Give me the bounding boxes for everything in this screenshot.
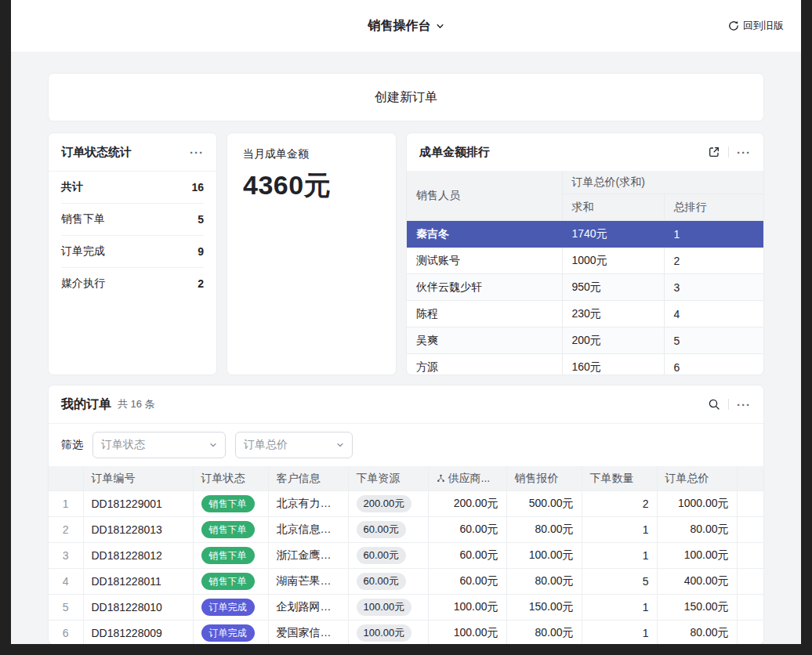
order-status-cell: 销售下单 — [193, 517, 268, 543]
rank-value: 4 — [664, 301, 763, 328]
status-badge: 销售下单 — [201, 521, 255, 538]
create-order-label: 创建新订单 — [375, 89, 437, 106]
order-status-card-header: 订单状态统计 ··· — [49, 133, 216, 172]
rank-value: 3 — [664, 274, 763, 301]
status-label: 销售下单 — [61, 212, 105, 226]
customer-cell: 北京有力量... — [268, 491, 348, 517]
resource-cell: 200.00元 — [348, 491, 428, 517]
table-row[interactable]: 4 DD181228011 销售下单 湖南芒果娱... 60.00元 60.00… — [49, 569, 763, 595]
month-amount-label: 当月成单金额 — [243, 147, 380, 161]
col-order-no: 订单编号 — [83, 466, 193, 491]
filter-order-status-select[interactable]: 订单状态 — [92, 432, 226, 458]
row-number: 2 — [49, 517, 83, 543]
table-row[interactable]: 5 DD181228010 订单完成 企划路网络... 100.00元 100.… — [49, 595, 763, 621]
order-no-cell: DD181228011 — [83, 569, 193, 595]
quote-cell: 500.00元 — [506, 491, 582, 517]
total-cell: 100.00元 — [657, 543, 737, 569]
status-row-sales[interactable]: 销售下单 5 — [61, 204, 204, 236]
sum-value: 1000元 — [562, 248, 664, 274]
col-supplier-label: 供应商... — [448, 472, 491, 486]
person-name: 秦吉冬 — [407, 221, 562, 248]
quote-cell: 80.00元 — [506, 517, 582, 543]
table-row[interactable]: 3 DD181228012 销售下单 浙江金鹰卡... 60.00元 60.00… — [49, 543, 763, 569]
create-order-button[interactable]: 创建新订单 — [49, 74, 763, 121]
ranking-col-group: 订单总价(求和) — [562, 171, 763, 194]
person-name: 吴爽 — [407, 328, 562, 354]
filter-row: 筛选 订单状态 订单总价 — [49, 424, 763, 466]
resource-tag: 100.00元 — [357, 624, 412, 642]
resource-cell: 60.00元 — [348, 543, 428, 569]
customer-cell: 北京信息大... — [268, 517, 348, 543]
month-amount-value: 4360元 — [243, 168, 380, 204]
resource-tag: 200.00元 — [357, 495, 412, 512]
col-quote: 销售报价 — [506, 466, 582, 491]
customer-cell: 爱国家信息... — [268, 621, 348, 645]
ranking-row[interactable]: 测试账号 1000元 2 — [407, 248, 763, 274]
table-row[interactable]: 1 DD181229001 销售下单 北京有力量... 200.00元 200.… — [49, 491, 763, 517]
row-number: 6 — [49, 621, 83, 645]
divider — [728, 399, 729, 410]
ranking-col-person: 销售人员 — [407, 171, 562, 221]
ranking-row[interactable]: 秦吉冬 1740元 1 — [407, 221, 763, 248]
ranking-row[interactable]: 吴爽 200元 5 — [407, 328, 763, 354]
supplier-cell: 60.00元 — [428, 543, 506, 569]
status-value: 9 — [198, 245, 204, 258]
chevron-down-icon — [336, 441, 344, 449]
total-cell: 80.00元 — [657, 621, 737, 645]
more-icon[interactable]: ··· — [737, 399, 751, 411]
status-row-total[interactable]: 共计 16 — [61, 172, 204, 204]
supplier-cell: 60.00元 — [428, 569, 506, 595]
customer-cell: 湖南芒果娱... — [268, 569, 348, 595]
quote-cell: 80.00元 — [506, 621, 582, 645]
status-label: 订单完成 — [61, 244, 105, 259]
ranking-row[interactable]: 陈程 230元 4 — [407, 301, 763, 328]
order-no-cell: DD181228012 — [83, 543, 193, 569]
person-name: 陈程 — [407, 301, 562, 328]
order-status-cell: 订单完成 — [193, 621, 268, 645]
clipped-cell — [737, 569, 763, 595]
sum-value: 230元 — [562, 301, 664, 328]
status-row-done[interactable]: 订单完成 9 — [61, 236, 204, 268]
resource-tag: 60.00元 — [357, 521, 407, 538]
chevron-down-icon — [436, 22, 444, 31]
col-resource: 下单资源 — [348, 466, 428, 491]
table-row[interactable]: 6 DD181228009 订单完成 爱国家信息... 100.00元 100.… — [49, 621, 763, 645]
ranking-row[interactable]: 伙伴云魏少轩 950元 3 — [407, 274, 763, 301]
qty-cell: 1 — [582, 595, 657, 621]
resource-cell: 60.00元 — [348, 517, 428, 543]
rank-value: 1 — [664, 221, 763, 248]
qty-cell: 1 — [582, 543, 657, 569]
clipped-cell — [737, 491, 763, 517]
search-icon[interactable] — [708, 398, 720, 411]
quote-cell: 80.00元 — [506, 569, 582, 595]
status-badge: 订单完成 — [201, 624, 255, 642]
export-icon[interactable] — [708, 146, 720, 158]
resource-cell: 100.00元 — [348, 595, 428, 621]
row-number-header — [49, 466, 83, 491]
filter-order-total-select[interactable]: 订单总价 — [235, 432, 353, 458]
more-icon[interactable]: ··· — [190, 147, 204, 158]
more-icon[interactable]: ··· — [737, 147, 751, 158]
orders-table: 订单编号 订单状态 客户信息 下单资源 — [49, 466, 763, 644]
quote-cell: 150.00元 — [506, 595, 582, 621]
status-label: 媒介执行 — [61, 277, 105, 291]
table-row[interactable]: 2 DD181228013 销售下单 北京信息大... 60.00元 60.00… — [49, 517, 763, 543]
qty-cell: 1 — [582, 621, 657, 645]
customer-cell: 浙江金鹰卡... — [268, 543, 348, 569]
order-status-cell: 销售下单 — [193, 543, 268, 569]
supplier-cell: 60.00元 — [428, 517, 506, 543]
col-clipped — [737, 466, 763, 491]
row-number: 3 — [49, 543, 83, 569]
person-name: 测试账号 — [407, 248, 562, 274]
ranking-card-header: 成单金额排行 ··· — [407, 133, 763, 171]
qty-cell: 5 — [582, 569, 657, 595]
order-status-cell: 销售下单 — [193, 491, 268, 517]
ranking-col-sum: 求和 — [562, 194, 664, 221]
quote-cell: 100.00元 — [506, 543, 582, 569]
app-title-dropdown[interactable]: 销售操作台 — [368, 18, 444, 34]
back-to-old-button[interactable]: 回到旧版 — [728, 0, 784, 52]
status-row-media[interactable]: 媒介执行 2 — [61, 268, 204, 299]
ranking-table: 销售人员 订单总价(求和) 求和 总排行 秦吉冬 1740元 1 — [407, 171, 763, 375]
ranking-row[interactable]: 方源 160元 6 — [407, 354, 763, 375]
page-title: 销售操作台 — [368, 18, 431, 34]
